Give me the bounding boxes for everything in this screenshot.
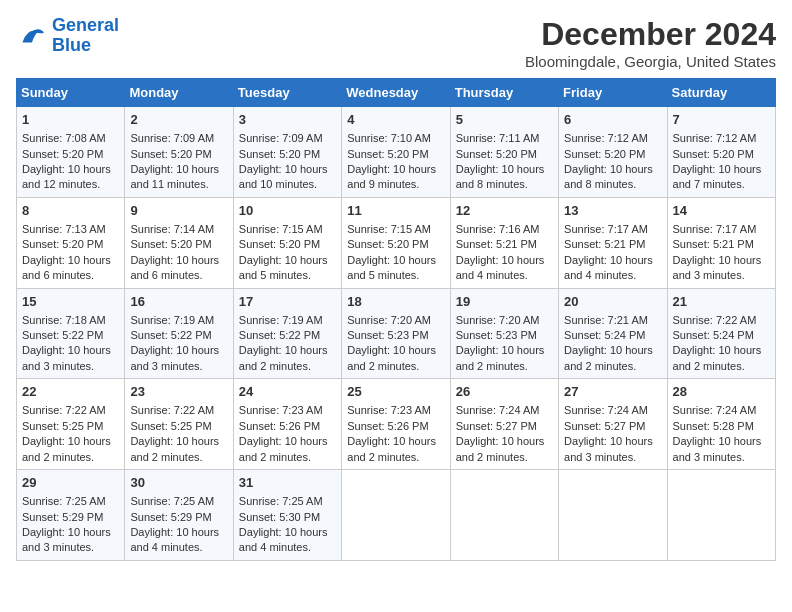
day-info: Daylight: 10 hours: [22, 434, 119, 449]
day-info: Sunset: 5:25 PM: [22, 419, 119, 434]
day-number: 5: [456, 111, 553, 129]
calendar-cell: 31Sunrise: 7:25 AMSunset: 5:30 PMDayligh…: [233, 470, 341, 561]
day-number: 12: [456, 202, 553, 220]
calendar-cell: 21Sunrise: 7:22 AMSunset: 5:24 PMDayligh…: [667, 288, 775, 379]
calendar-cell: 6Sunrise: 7:12 AMSunset: 5:20 PMDaylight…: [559, 107, 667, 198]
day-info: Daylight: 10 hours: [22, 253, 119, 268]
day-info: Daylight: 10 hours: [673, 434, 770, 449]
day-info: and 5 minutes.: [239, 268, 336, 283]
logo-text: General Blue: [52, 16, 119, 56]
day-info: Sunrise: 7:09 AM: [130, 131, 227, 146]
day-info: Sunrise: 7:17 AM: [564, 222, 661, 237]
column-header-wednesday: Wednesday: [342, 79, 450, 107]
day-info: Sunrise: 7:23 AM: [239, 403, 336, 418]
day-number: 15: [22, 293, 119, 311]
day-number: 8: [22, 202, 119, 220]
day-info: Sunrise: 7:15 AM: [347, 222, 444, 237]
day-info: Sunrise: 7:15 AM: [239, 222, 336, 237]
day-info: Daylight: 10 hours: [564, 434, 661, 449]
day-info: and 4 minutes.: [130, 540, 227, 555]
day-info: Daylight: 10 hours: [239, 525, 336, 540]
calendar-cell: 11Sunrise: 7:15 AMSunset: 5:20 PMDayligh…: [342, 197, 450, 288]
calendar-cell: 16Sunrise: 7:19 AMSunset: 5:22 PMDayligh…: [125, 288, 233, 379]
day-info: Sunset: 5:23 PM: [456, 328, 553, 343]
day-info: Sunset: 5:21 PM: [673, 237, 770, 252]
day-info: Sunset: 5:25 PM: [130, 419, 227, 434]
day-info: Sunset: 5:27 PM: [564, 419, 661, 434]
day-info: Sunset: 5:24 PM: [564, 328, 661, 343]
day-number: 9: [130, 202, 227, 220]
day-number: 19: [456, 293, 553, 311]
day-info: Daylight: 10 hours: [239, 434, 336, 449]
day-info: Sunset: 5:20 PM: [673, 147, 770, 162]
day-number: 27: [564, 383, 661, 401]
day-info: Daylight: 10 hours: [347, 434, 444, 449]
day-info: Sunset: 5:20 PM: [347, 147, 444, 162]
day-number: 31: [239, 474, 336, 492]
day-info: Sunset: 5:29 PM: [130, 510, 227, 525]
calendar-cell: [559, 470, 667, 561]
day-number: 29: [22, 474, 119, 492]
day-info: and 2 minutes.: [673, 359, 770, 374]
day-info: Sunset: 5:27 PM: [456, 419, 553, 434]
day-info: Sunset: 5:28 PM: [673, 419, 770, 434]
day-info: Sunrise: 7:18 AM: [22, 313, 119, 328]
day-number: 11: [347, 202, 444, 220]
day-info: and 4 minutes.: [239, 540, 336, 555]
month-title: December 2024: [525, 16, 776, 53]
day-info: Sunset: 5:20 PM: [130, 147, 227, 162]
day-info: Daylight: 10 hours: [564, 343, 661, 358]
calendar-cell: 2Sunrise: 7:09 AMSunset: 5:20 PMDaylight…: [125, 107, 233, 198]
day-info: Daylight: 10 hours: [22, 162, 119, 177]
day-info: and 3 minutes.: [130, 359, 227, 374]
day-number: 24: [239, 383, 336, 401]
calendar-cell: 8Sunrise: 7:13 AMSunset: 5:20 PMDaylight…: [17, 197, 125, 288]
day-info: Sunrise: 7:22 AM: [673, 313, 770, 328]
day-info: Sunset: 5:22 PM: [239, 328, 336, 343]
day-info: Daylight: 10 hours: [347, 343, 444, 358]
day-info: Daylight: 10 hours: [673, 343, 770, 358]
calendar-cell: 23Sunrise: 7:22 AMSunset: 5:25 PMDayligh…: [125, 379, 233, 470]
calendar-cell: [667, 470, 775, 561]
day-info: and 11 minutes.: [130, 177, 227, 192]
day-info: Sunrise: 7:20 AM: [347, 313, 444, 328]
day-number: 1: [22, 111, 119, 129]
calendar-table: SundayMondayTuesdayWednesdayThursdayFrid…: [16, 78, 776, 561]
calendar-cell: 7Sunrise: 7:12 AMSunset: 5:20 PMDaylight…: [667, 107, 775, 198]
title-block: December 2024 Bloomingdale, Georgia, Uni…: [525, 16, 776, 70]
day-info: Sunset: 5:22 PM: [130, 328, 227, 343]
day-number: 21: [673, 293, 770, 311]
day-number: 26: [456, 383, 553, 401]
day-info: Sunset: 5:20 PM: [456, 147, 553, 162]
calendar-week-row: 1Sunrise: 7:08 AMSunset: 5:20 PMDaylight…: [17, 107, 776, 198]
calendar-cell: [450, 470, 558, 561]
day-info: and 10 minutes.: [239, 177, 336, 192]
day-info: and 4 minutes.: [564, 268, 661, 283]
day-info: Sunrise: 7:09 AM: [239, 131, 336, 146]
calendar-cell: 24Sunrise: 7:23 AMSunset: 5:26 PMDayligh…: [233, 379, 341, 470]
day-info: Sunset: 5:23 PM: [347, 328, 444, 343]
column-header-tuesday: Tuesday: [233, 79, 341, 107]
day-info: and 8 minutes.: [456, 177, 553, 192]
day-number: 16: [130, 293, 227, 311]
day-info: and 6 minutes.: [130, 268, 227, 283]
day-info: Sunrise: 7:10 AM: [347, 131, 444, 146]
day-info: Daylight: 10 hours: [456, 434, 553, 449]
day-info: Sunrise: 7:24 AM: [456, 403, 553, 418]
calendar-cell: 30Sunrise: 7:25 AMSunset: 5:29 PMDayligh…: [125, 470, 233, 561]
day-info: Daylight: 10 hours: [130, 253, 227, 268]
day-info: Daylight: 10 hours: [130, 343, 227, 358]
page-header: General Blue December 2024 Bloomingdale,…: [16, 16, 776, 70]
day-info: Sunset: 5:20 PM: [239, 147, 336, 162]
day-info: and 2 minutes.: [456, 359, 553, 374]
day-number: 7: [673, 111, 770, 129]
day-number: 30: [130, 474, 227, 492]
calendar-cell: 18Sunrise: 7:20 AMSunset: 5:23 PMDayligh…: [342, 288, 450, 379]
column-header-saturday: Saturday: [667, 79, 775, 107]
day-number: 20: [564, 293, 661, 311]
day-info: and 2 minutes.: [564, 359, 661, 374]
day-info: Sunrise: 7:12 AM: [673, 131, 770, 146]
day-info: Daylight: 10 hours: [456, 162, 553, 177]
day-info: and 3 minutes.: [673, 450, 770, 465]
day-info: Daylight: 10 hours: [456, 253, 553, 268]
